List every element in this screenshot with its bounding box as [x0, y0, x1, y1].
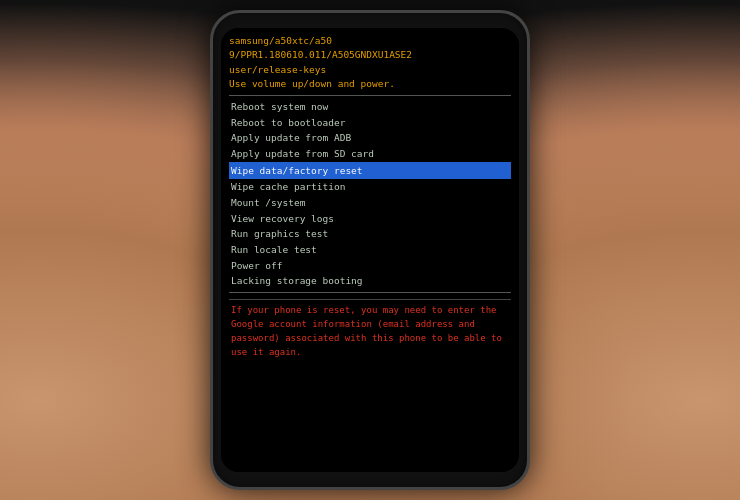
menu-item-11[interactable]: Lacking storage booting	[229, 273, 511, 289]
warning-box: If your phone is reset, you may need to …	[229, 299, 511, 364]
menu-item-2[interactable]: Apply update from ADB	[229, 130, 511, 146]
scene: samsung/a50xtc/a50 9/PPR1.180610.011/A50…	[0, 0, 740, 500]
device-line2: 9/PPR1.180610.011/A505GNDXU1ASE2	[229, 48, 511, 62]
menu-item-5[interactable]: Wipe cache partition	[229, 179, 511, 195]
device-line3: user/release-keys	[229, 63, 511, 77]
menu-item-8[interactable]: Run graphics test	[229, 226, 511, 242]
device-line1: samsung/a50xtc/a50	[229, 34, 511, 48]
volume-up-button	[210, 73, 212, 98]
menu-item-6[interactable]: Mount /system	[229, 195, 511, 211]
menu-item-1[interactable]: Reboot to bootloader	[229, 115, 511, 131]
device-line4: Use volume up/down and power.	[229, 77, 511, 91]
bixby-button	[210, 151, 212, 186]
menu-item-7[interactable]: View recovery logs	[229, 211, 511, 227]
menu-item-10[interactable]: Power off	[229, 258, 511, 274]
warning-text: If your phone is reset, you may need to …	[231, 304, 509, 360]
recovery-menu: Reboot system nowReboot to bootloaderApp…	[229, 99, 511, 289]
recovery-screen: samsung/a50xtc/a50 9/PPR1.180610.011/A50…	[221, 28, 519, 472]
bottom-divider	[229, 292, 511, 293]
top-divider	[229, 95, 511, 96]
power-button	[528, 93, 530, 133]
menu-item-0[interactable]: Reboot system now	[229, 99, 511, 115]
volume-down-button	[210, 108, 212, 143]
menu-item-9[interactable]: Run locale test	[229, 242, 511, 258]
phone-body: samsung/a50xtc/a50 9/PPR1.180610.011/A50…	[210, 10, 530, 490]
phone-screen-bezel: samsung/a50xtc/a50 9/PPR1.180610.011/A50…	[221, 28, 519, 472]
menu-item-4[interactable]: Wipe data/factory reset	[229, 162, 511, 180]
device-info-block: samsung/a50xtc/a50 9/PPR1.180610.011/A50…	[229, 34, 511, 91]
menu-item-3[interactable]: Apply update from SD card	[229, 146, 511, 162]
